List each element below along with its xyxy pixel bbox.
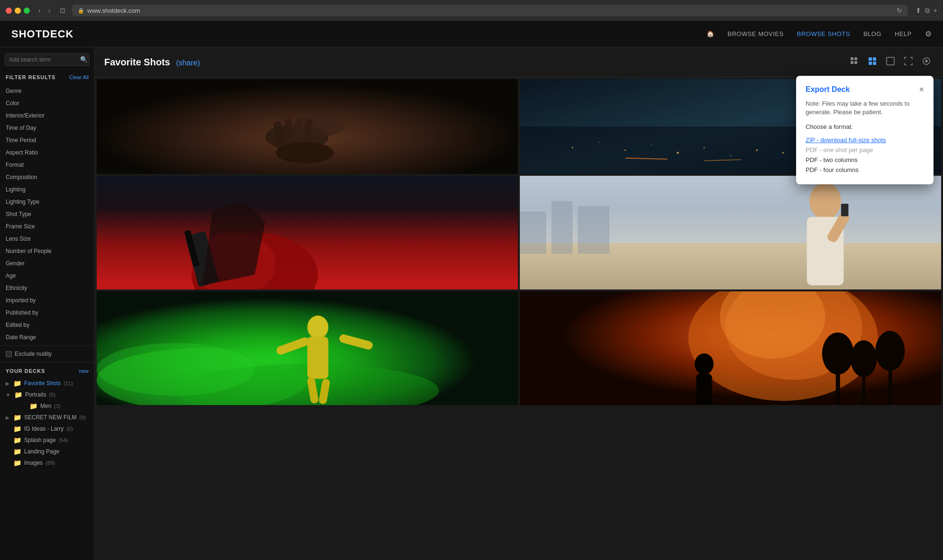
export-pdf-four-option[interactable]: PDF - four columns	[806, 165, 924, 175]
filter-ethnicity[interactable]: Ethnicity	[0, 282, 94, 294]
export-zip-option[interactable]: ZIP - download full-size shots	[806, 135, 924, 145]
clear-all-link[interactable]: Clear All	[69, 74, 89, 80]
filter-composition[interactable]: Composition	[0, 171, 94, 183]
deck-label: Men	[40, 403, 51, 409]
svg-rect-8	[887, 57, 894, 65]
filter-color[interactable]: Color	[0, 97, 94, 109]
new-tab-icon[interactable]: +	[934, 7, 937, 15]
export-button[interactable]	[919, 55, 934, 69]
expand-icon: ▼	[6, 392, 10, 397]
filter-gender[interactable]: Gender	[0, 257, 94, 270]
decks-header: YOUR DECKS new	[6, 368, 89, 374]
deck-ig-ideas-larry[interactable]: ▶ 📁 IG Ideas - Larry (0)	[6, 423, 89, 434]
deck-label: Splash page	[24, 437, 56, 443]
grid-large-button[interactable]	[883, 55, 898, 69]
deck-portraits[interactable]: ▼ 📁 Portraits (5)	[6, 389, 89, 400]
nav-blog[interactable]: BLOG	[863, 30, 881, 37]
folder-icon: 📁	[13, 414, 21, 421]
deck-favorite-shots[interactable]: ▶ 📁 Favorite Shots (11)	[6, 378, 89, 389]
deck-count: (0)	[66, 426, 73, 432]
shot-green-smoke[interactable]	[97, 291, 518, 405]
logo[interactable]: SHOTDECK	[11, 28, 73, 40]
svg-rect-0	[851, 57, 853, 60]
filter-time-of-day[interactable]: Time of Day	[0, 122, 94, 134]
export-popup-header: Export Deck ×	[806, 85, 924, 94]
shot-deadpool[interactable]	[97, 176, 518, 289]
expand-icon: ▶	[6, 381, 9, 386]
filter-edited-by[interactable]: Edited by	[0, 319, 94, 331]
deck-secret-new-film[interactable]: ▶ 📁 SECRET NEW FILM (8)	[6, 412, 89, 423]
decks-section: YOUR DECKS new ▶ 📁 Favorite Shots (11) ▼…	[0, 364, 94, 470]
filter-list: Genre Color Interior/Exterior Time of Da…	[0, 85, 94, 343]
forward-button[interactable]: ›	[45, 6, 54, 15]
exclude-nudity-item[interactable]: Exclude nudity	[0, 348, 94, 360]
filter-genre[interactable]: Genre	[0, 85, 94, 97]
share-icon[interactable]: ⬆	[916, 7, 921, 15]
share-link[interactable]: (share)	[176, 59, 200, 67]
search-box[interactable]: 🔍	[5, 53, 90, 66]
deck-count: (11)	[63, 380, 73, 386]
exclude-nudity-checkbox[interactable]	[6, 351, 12, 357]
fullscreen-button[interactable]	[901, 55, 916, 69]
filter-age[interactable]: Age	[0, 270, 94, 282]
tab-icon[interactable]: ⧉	[925, 7, 930, 15]
decks-divider	[0, 362, 94, 362]
nav-buttons: ‹ ›	[36, 6, 53, 15]
folder-icon: 📁	[13, 425, 21, 433]
export-note: Note: Files may take a few seconds to ge…	[806, 99, 924, 117]
deck-images[interactable]: ▶ 📁 Images (88)	[6, 457, 89, 469]
filter-lighting[interactable]: Lighting	[0, 183, 94, 196]
nav-browse-movies[interactable]: BROWSE MOVIES	[727, 30, 783, 37]
filter-lighting-type[interactable]: Lighting Type	[0, 196, 94, 208]
minimize-button[interactable]	[15, 8, 21, 14]
filter-date-range[interactable]: Date Range	[0, 331, 94, 343]
filter-format[interactable]: Format	[0, 159, 94, 171]
filter-number-of-people[interactable]: Number of People	[0, 245, 94, 257]
deck-men[interactable]: ▶ 📁 Men (3)	[6, 400, 89, 412]
maximize-button[interactable]	[24, 8, 30, 14]
search-icon: 🔍	[80, 56, 88, 63]
shot-bradley[interactable]	[520, 176, 941, 289]
address-bar[interactable]: 🔒 www.shotdeck.com ↻	[72, 5, 907, 16]
shot-fire-silhouette[interactable]	[520, 291, 941, 405]
sidebar: 🔍 FILTER RESULTS Clear All Genre Color I…	[0, 47, 95, 560]
nav-home[interactable]: 🏠	[707, 30, 715, 37]
svg-rect-1	[854, 57, 857, 60]
filter-shot-type[interactable]: Shot Type	[0, 208, 94, 220]
nav-browse-shots[interactable]: BROWSE SHOTS	[797, 30, 850, 37]
deck-count: (3)	[54, 403, 60, 409]
exclude-nudity-label: Exclude nudity	[15, 351, 52, 357]
filter-published-by[interactable]: Published by	[0, 307, 94, 319]
new-deck-button[interactable]: new	[79, 368, 89, 374]
grid-medium-button[interactable]	[865, 55, 880, 69]
deck-splash-page[interactable]: ▶ 📁 Splash page (54)	[6, 434, 89, 446]
nav-help[interactable]: HELP	[895, 30, 912, 37]
export-pdf-two-option[interactable]: PDF - two columns	[806, 155, 924, 165]
svg-rect-6	[869, 62, 872, 65]
filter-frame-size[interactable]: Frame Size	[0, 220, 94, 233]
filter-time-period[interactable]: Time Period	[0, 134, 94, 146]
filter-header: FILTER RESULTS Clear All	[0, 72, 94, 83]
folder-icon: 📁	[13, 448, 21, 455]
settings-icon[interactable]: ⚙	[925, 29, 932, 38]
decks-title: YOUR DECKS	[6, 368, 45, 374]
page-title-area: Favorite Shots (share)	[104, 57, 200, 68]
filter-aspect-ratio[interactable]: Aspect Ratio	[0, 146, 94, 159]
export-close-button[interactable]: ×	[919, 85, 924, 94]
reload-icon[interactable]: ↻	[897, 7, 902, 14]
back-button[interactable]: ‹	[36, 6, 44, 15]
grid-small-button[interactable]	[847, 55, 861, 69]
sidebar-toggle-button[interactable]: ⊡	[57, 6, 68, 15]
close-button[interactable]	[6, 8, 12, 14]
deck-count: (54)	[59, 437, 68, 443]
filter-imported-by[interactable]: Imported by	[0, 294, 94, 307]
traffic-lights	[6, 8, 30, 14]
filter-lens-size[interactable]: Lens Size	[0, 233, 94, 245]
export-pdf-one-option[interactable]: PDF - one shot per page	[806, 145, 924, 155]
filter-interior-exterior[interactable]: Interior/Exterior	[0, 109, 94, 122]
search-input[interactable]	[9, 56, 80, 63]
browser-chrome: ‹ › ⊡ 🔒 www.shotdeck.com ↻ ⬆ ⧉ +	[0, 0, 943, 21]
page-title: Favorite Shots	[104, 57, 170, 67]
shot-hands[interactable]	[97, 79, 518, 174]
deck-landing-page[interactable]: ▶ 📁 Landing Page	[6, 446, 89, 457]
